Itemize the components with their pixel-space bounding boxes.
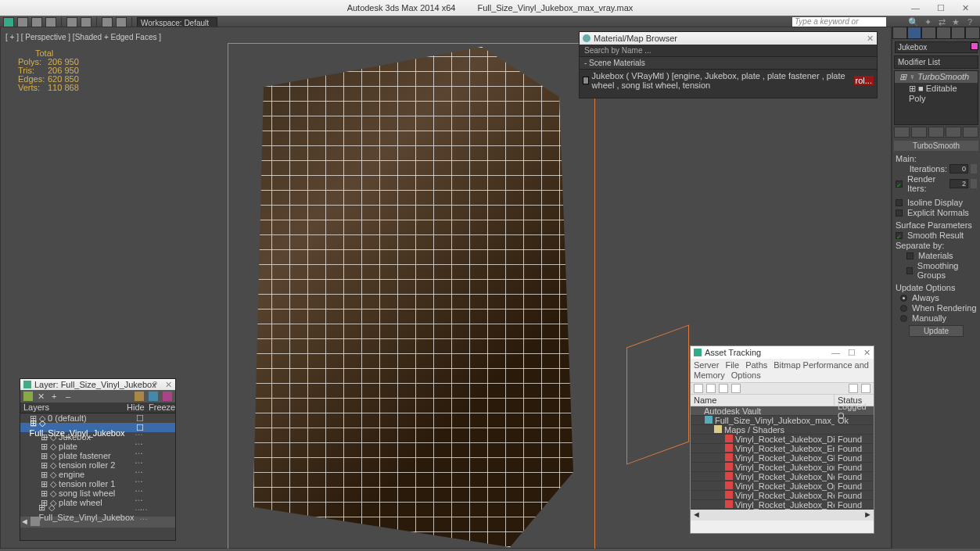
close-icon[interactable]: ✕ <box>863 348 871 358</box>
asset-row[interactable]: Vinyl_Rocket_Jukebox_Normal.pngFound <box>691 472 874 481</box>
layers-tree[interactable]: ⊞ ◇ 0 (default)☐⊞ ◇ Full_Size_Vinyl_Juke… <box>20 413 175 528</box>
layers-toolbar: ✕ + – <box>20 390 175 403</box>
scene-stats: Total Polys:206 950Tris:206 950Edges:620… <box>18 49 79 92</box>
asset-toolbar <box>691 382 874 395</box>
delete-layer-icon[interactable]: ✕ <box>38 392 47 401</box>
asset-col-name[interactable]: Name <box>691 395 835 406</box>
exclude-icon[interactable] <box>849 384 858 393</box>
modifier-stack[interactable]: ⊞ ♀ TurboSmooth⊞ ■ Editable Poly <box>894 70 978 125</box>
explicit-normals-label: Explicit Normals <box>907 208 969 217</box>
options-icon[interactable] <box>861 384 871 393</box>
viewport-label[interactable]: [ + ] [ Perspective ] [Shaded + Edged Fa… <box>5 33 161 41</box>
asset-tree[interactable]: Autodesk VaultLogged OFull_Size_Vinyl_Ju… <box>691 406 874 510</box>
object-color-swatch[interactable] <box>971 42 978 50</box>
update-manually-radio[interactable] <box>900 315 907 322</box>
tree-icon[interactable] <box>706 384 716 393</box>
asset-row[interactable]: Vinyl_Rocket_Jukebox_Emissive.pngFound <box>691 444 874 453</box>
material-swatch-icon <box>583 77 589 84</box>
command-panel-tabs <box>892 27 980 39</box>
refresh-icon[interactable] <box>694 384 703 393</box>
update-always-label: Always <box>912 293 939 302</box>
asset-row[interactable]: Vinyl_Rocket_Jukebox_Reflection.pngFound <box>691 491 874 500</box>
layers-col-name[interactable]: Layers <box>20 403 127 413</box>
isoline-checkbox[interactable] <box>896 199 903 206</box>
asset-row[interactable]: Vinyl_Rocket_Jukebox_Glossiness.pngFound <box>691 453 874 463</box>
layers-icon <box>23 381 31 388</box>
sep-smoothing-checkbox[interactable] <box>906 267 913 274</box>
minimize-button[interactable]: — <box>911 3 920 13</box>
jukebox-mesh[interactable] <box>235 47 587 547</box>
surface-params-label: Surface Parameters <box>896 220 977 230</box>
add-to-layer-icon[interactable]: + <box>52 392 61 401</box>
asset-row[interactable]: Maps / Shaders <box>691 425 874 435</box>
separate-by-label: Separate by: <box>896 241 977 250</box>
asset-scrollbar[interactable]: ◄► <box>691 510 874 521</box>
new-layer-icon[interactable] <box>23 392 33 401</box>
layers-col-freeze[interactable]: Freeze <box>149 403 175 413</box>
asset-row[interactable]: Full_Size_Vinyl_Jukebox_max_vray.maxOk <box>691 416 874 425</box>
modifier-list-label[interactable]: Modifier List <box>894 55 978 69</box>
motion-tab[interactable] <box>936 27 951 39</box>
asset-row[interactable]: Vinyl_Rocket_Jukebox_ior.pngFound <box>691 463 874 472</box>
utilities-tab[interactable] <box>965 27 980 39</box>
asset-row[interactable]: Vinyl_Rocket_Jukebox_Opacity.pngFound <box>691 481 874 491</box>
modifier-stack-buttons <box>894 127 978 138</box>
select-layer-icon[interactable]: – <box>66 392 75 401</box>
layers-col-hide[interactable]: Hide <box>127 403 149 413</box>
help-icon[interactable]: ? <box>153 380 157 390</box>
hide-icon[interactable] <box>149 392 158 401</box>
explicit-normals-checkbox[interactable] <box>896 209 903 216</box>
modifier-editable-poly[interactable]: ⊞ ■ Editable Poly <box>895 83 978 104</box>
asset-menu-paths[interactable]: Paths <box>745 360 767 370</box>
show-end-result-icon[interactable] <box>911 127 927 138</box>
close-icon[interactable]: ✕ <box>867 34 874 44</box>
turbosmooth-rollout-header[interactable]: TurboSmooth <box>894 141 978 151</box>
spinner-arrows[interactable] <box>971 179 977 188</box>
create-tab[interactable] <box>892 27 907 39</box>
maximize-button[interactable]: ☐ <box>937 3 945 13</box>
close-icon[interactable]: ✕ <box>165 380 172 390</box>
material-row[interactable]: Jukebox ( VRayMtl ) [engine, Jukebox, pl… <box>580 70 877 91</box>
asset-menu-bitmap-performance-and-memory[interactable]: Bitmap Performance and Memory <box>694 360 869 380</box>
spinner-arrows[interactable] <box>971 164 977 174</box>
layers-column-headers: Layers Hide Freeze <box>20 403 175 413</box>
scene-materials-section[interactable]: - Scene Materials <box>580 57 877 70</box>
update-rendering-label: When Rendering <box>912 303 977 313</box>
asset-menu-server[interactable]: Server <box>694 360 719 370</box>
smooth-result-checkbox[interactable] <box>896 232 903 239</box>
sep-materials-checkbox[interactable] <box>906 252 914 259</box>
update-button[interactable]: Update <box>909 325 964 337</box>
object-name-field[interactable]: Jukebox <box>895 41 978 53</box>
remove-modifier-icon[interactable] <box>946 127 961 138</box>
update-rendering-radio[interactable] <box>900 305 907 312</box>
material-search-input[interactable]: Search by Name ... <box>580 45 877 57</box>
highlight-icon[interactable] <box>135 392 144 401</box>
list-icon[interactable] <box>719 384 728 393</box>
display-tab[interactable] <box>951 27 966 39</box>
asset-row[interactable]: Autodesk VaultLogged O <box>691 406 874 416</box>
close-button[interactable]: ✕ <box>962 3 969 13</box>
asset-menu-options[interactable]: Options <box>731 370 761 380</box>
configure-sets-icon[interactable] <box>963 127 978 138</box>
iterations-spinner[interactable]: 0 <box>949 164 968 174</box>
asset-menu-file[interactable]: File <box>725 360 739 370</box>
freeze-icon[interactable] <box>163 392 172 401</box>
asset-row[interactable]: Vinyl_Rocket_Jukebox_Refraction.pngFound <box>691 500 874 510</box>
modify-tab[interactable] <box>907 27 922 39</box>
hierarchy-tab[interactable] <box>921 27 936 39</box>
file-name: Full_Size_Vinyl_Jukebox_max_vray.max <box>477 3 633 13</box>
update-options-label: Update Options <box>896 283 977 292</box>
maximize-icon[interactable]: ☐ <box>848 348 856 358</box>
make-unique-icon[interactable] <box>928 127 944 138</box>
update-always-radio[interactable] <box>900 295 907 302</box>
render-iters-checkbox[interactable] <box>896 181 903 188</box>
modifier-turbosmooth[interactable]: ⊞ ♀ TurboSmooth <box>895 71 978 83</box>
render-iters-spinner[interactable]: 2 <box>949 179 968 188</box>
smooth-result-label: Smooth Result <box>907 231 964 240</box>
update-manually-label: Manually <box>912 313 946 323</box>
status-icon[interactable] <box>731 384 741 393</box>
pin-stack-icon[interactable] <box>894 127 910 138</box>
asset-row[interactable]: Vinyl_Rocket_Jukebox_Diffuse.pngFound <box>691 435 874 444</box>
minimize-icon[interactable]: — <box>831 348 840 358</box>
layer-row[interactable]: ⊞ ◇ Full_Size_Vinyl_Jukebox… … <box>20 507 175 517</box>
